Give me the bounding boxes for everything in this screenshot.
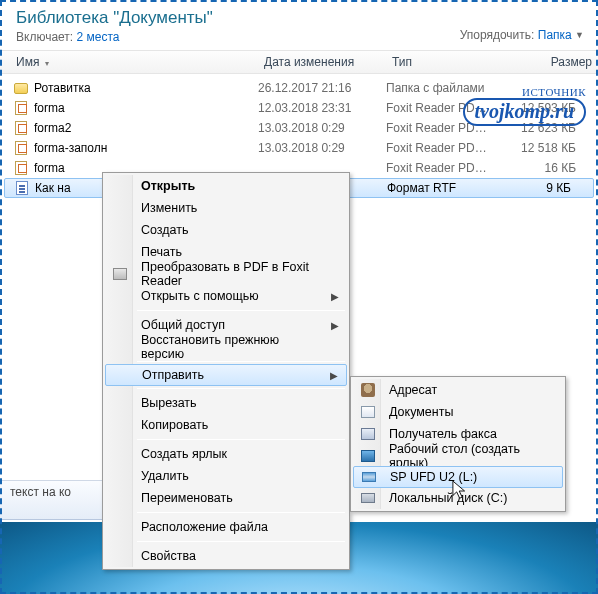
separator (137, 310, 345, 311)
column-headers: Имя▾ Дата изменения Тип Размер (0, 50, 598, 74)
menu-item[interactable]: Копировать (105, 414, 347, 436)
submenu-item[interactable]: Документы (353, 401, 563, 423)
file-type: Формат RTF (387, 181, 495, 195)
menu-item-label: Изменить (141, 201, 197, 215)
docs-icon (359, 404, 377, 420)
file-date: 12.03.2018 23:31 (258, 101, 386, 115)
file-date: 26.12.2017 21:16 (258, 81, 386, 95)
menu-item[interactable]: Создать ярлык (105, 443, 347, 465)
menu-item-label: Открыть (141, 179, 195, 193)
file-type: Папка с файлами (386, 81, 494, 95)
file-size: 16 КБ (494, 161, 598, 175)
col-type[interactable]: Тип (392, 55, 500, 69)
menu-item[interactable]: Открыть (105, 175, 347, 197)
separator (137, 541, 345, 542)
col-name[interactable]: Имя▾ (16, 55, 264, 69)
menu-item-label: Создать ярлык (141, 447, 227, 461)
menu-item[interactable]: Свойства (105, 545, 347, 567)
menu-item[interactable]: Восстановить прежнюю версию (105, 336, 347, 358)
chevron-down-icon: ▾ (45, 59, 49, 68)
file-name: forma (34, 161, 65, 175)
file-type: Foxit Reader PDF ... (386, 101, 494, 115)
file-name: forma2 (34, 121, 71, 135)
usb-icon (360, 469, 378, 485)
submenu-arrow-icon: ▶ (331, 320, 339, 331)
file-row[interactable]: forma-заполн13.03.2018 0:29Foxit Reader … (0, 138, 598, 158)
status-text: текст на ко (10, 485, 71, 499)
library-title: Библиотека "Документы" (16, 8, 584, 28)
sort-by[interactable]: Упорядочить: Папка ▼ (460, 28, 584, 42)
file-row[interactable]: forma12.03.2018 23:31Foxit Reader PDF ..… (0, 98, 598, 118)
menu-item-label: Удалить (141, 469, 189, 483)
col-size[interactable]: Размер (500, 55, 598, 69)
menu-item-label: Вырезать (141, 396, 197, 410)
submenu-item[interactable]: SP UFD U2 (L:) (353, 466, 563, 488)
separator (137, 439, 345, 440)
library-header: Библиотека "Документы" Включает: 2 места… (0, 0, 598, 50)
menu-item[interactable]: Открыть с помощью▶ (105, 285, 347, 307)
submenu-arrow-icon: ▶ (331, 291, 339, 302)
file-date: 13.03.2018 0:29 (258, 121, 386, 135)
desk-icon (359, 448, 377, 464)
file-size: 12 623 КБ (494, 121, 598, 135)
file-name: Как на (35, 181, 71, 195)
menu-item[interactable]: Расположение файла (105, 516, 347, 538)
col-date[interactable]: Дата изменения (264, 55, 392, 69)
menu-item[interactable]: Изменить (105, 197, 347, 219)
submenu-item-label: Получатель факса (389, 427, 497, 441)
separator (137, 388, 345, 389)
submenu-item-label: Адресат (389, 383, 437, 397)
context-menu[interactable]: ОткрытьИзменитьСоздатьПечатьПреобразоват… (102, 172, 350, 570)
submenu-item-label: SP UFD U2 (L:) (390, 470, 477, 484)
file-type: Foxit Reader PDF ... (386, 121, 494, 135)
menu-item[interactable]: Преобразовать в PDF в Foxit Reader (105, 263, 347, 285)
submenu-item[interactable]: Локальный диск (C:) (353, 487, 563, 509)
fax-icon (359, 426, 377, 442)
status-strip: текст на ко (0, 480, 110, 520)
sort-value: Папка (538, 28, 572, 42)
menu-item-label: Восстановить прежнюю версию (141, 333, 321, 361)
submenu-arrow-icon: ▶ (330, 370, 338, 381)
sendto-submenu[interactable]: АдресатДокументыПолучатель факсаРабочий … (350, 376, 566, 512)
file-type: Foxit Reader PDF ... (386, 141, 494, 155)
submenu-item-label: Локальный диск (C:) (389, 491, 507, 505)
menu-item[interactable]: Отправить▶ (105, 364, 347, 386)
submenu-item-label: Документы (389, 405, 453, 419)
separator (137, 361, 345, 362)
file-size: 9 КБ (495, 181, 593, 195)
menu-item[interactable]: Удалить (105, 465, 347, 487)
menu-item[interactable]: Вырезать (105, 392, 347, 414)
folder-icon (12, 83, 30, 94)
contact-icon (359, 382, 377, 398)
prn-icon (111, 266, 129, 282)
menu-item-label: Расположение файла (141, 520, 268, 534)
file-date: 13.03.2018 0:29 (258, 141, 386, 155)
file-row[interactable]: Ротавитка26.12.2017 21:16Папка с файлами (0, 78, 598, 98)
submenu-item[interactable]: Рабочий стол (создать ярлык) (353, 445, 563, 467)
menu-item-label: Преобразовать в PDF в Foxit Reader (141, 260, 321, 288)
menu-item-label: Общий доступ (141, 318, 225, 332)
pdf-icon (12, 141, 30, 155)
menu-item[interactable]: Переименовать (105, 487, 347, 509)
menu-item-label: Печать (141, 245, 182, 259)
submenu-item[interactable]: Адресат (353, 379, 563, 401)
menu-item-label: Свойства (141, 549, 196, 563)
pdf-icon (12, 121, 30, 135)
separator (137, 512, 345, 513)
file-size: 12 593 КБ (494, 101, 598, 115)
file-row[interactable]: forma213.03.2018 0:29Foxit Reader PDF ..… (0, 118, 598, 138)
menu-item-label: Копировать (141, 418, 208, 432)
pdf-icon (12, 161, 30, 175)
pdf-icon (12, 101, 30, 115)
menu-item[interactable]: Создать (105, 219, 347, 241)
file-size: 12 518 КБ (494, 141, 598, 155)
sort-label: Упорядочить: (460, 28, 535, 42)
menu-item-label: Отправить (142, 368, 204, 382)
file-name: Ротавитка (34, 81, 91, 95)
includes-link[interactable]: 2 места (77, 30, 120, 44)
file-name: forma (34, 101, 65, 115)
file-type: Foxit Reader PDF ... (386, 161, 494, 175)
menu-item-label: Создать (141, 223, 189, 237)
chevron-down-icon: ▼ (575, 30, 584, 40)
menu-item-label: Переименовать (141, 491, 233, 505)
